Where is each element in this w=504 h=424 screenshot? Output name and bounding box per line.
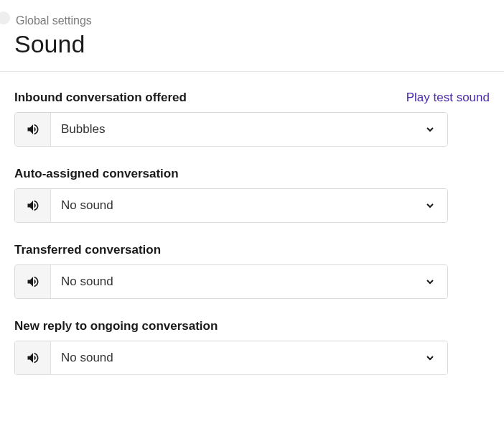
speaker-icon <box>26 275 40 289</box>
select-value-box[interactable]: No sound <box>51 189 447 222</box>
setting-label: New reply to ongoing conversation <box>14 319 218 333</box>
sound-icon-box <box>15 113 51 146</box>
setting-header: Transferred conversation <box>14 243 490 257</box>
chevron-down-icon <box>424 124 436 135</box>
sound-icon-box <box>15 189 51 222</box>
setting-header: Inbound conversation offered Play test s… <box>14 91 490 105</box>
page-title: Sound <box>14 30 490 58</box>
select-value-box[interactable]: No sound <box>51 341 447 374</box>
speaker-icon <box>26 198 40 213</box>
play-test-sound-link[interactable]: Play test sound <box>406 91 490 105</box>
setting-inbound: Inbound conversation offered Play test s… <box>14 91 490 147</box>
select-value: No sound <box>61 351 113 365</box>
setting-label: Auto-assigned conversation <box>14 167 179 181</box>
setting-new-reply: New reply to ongoing conversation No sou… <box>14 319 490 375</box>
sound-select-inbound[interactable]: Bubbles <box>14 112 448 147</box>
header-avatar-placeholder <box>0 11 10 24</box>
select-value: No sound <box>61 275 113 289</box>
select-value-box[interactable]: No sound <box>51 265 447 298</box>
setting-transferred: Transferred conversation No sound <box>14 243 490 299</box>
setting-label: Transferred conversation <box>14 243 161 257</box>
select-value-box[interactable]: Bubbles <box>51 113 447 146</box>
chevron-down-icon <box>424 276 436 287</box>
sound-select-auto-assigned[interactable]: No sound <box>14 188 448 223</box>
sound-select-new-reply[interactable]: No sound <box>14 341 448 375</box>
setting-header: New reply to ongoing conversation <box>14 319 490 333</box>
speaker-icon <box>26 122 40 137</box>
setting-auto-assigned: Auto-assigned conversation No sound <box>14 167 490 223</box>
sound-icon-box <box>15 341 51 374</box>
page-header: Global settings Sound <box>0 0 504 72</box>
setting-header: Auto-assigned conversation <box>14 167 490 181</box>
setting-label: Inbound conversation offered <box>14 91 187 105</box>
chevron-down-icon <box>424 200 436 211</box>
sound-select-transferred[interactable]: No sound <box>14 264 448 299</box>
sound-icon-box <box>15 265 51 298</box>
speaker-icon <box>26 351 40 365</box>
settings-content: Inbound conversation offered Play test s… <box>0 72 504 410</box>
chevron-down-icon <box>424 352 436 364</box>
breadcrumb: Global settings <box>16 14 490 27</box>
select-value: Bubbles <box>61 122 105 137</box>
select-value: No sound <box>61 198 113 213</box>
